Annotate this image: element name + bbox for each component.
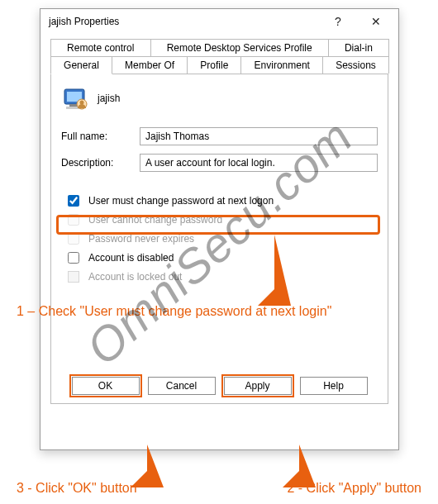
fullname-input[interactable] <box>140 127 378 145</box>
ok-button[interactable]: OK <box>72 377 140 395</box>
tab-member-of[interactable]: Member Of <box>112 56 188 74</box>
help-icon[interactable]: ? <box>319 10 357 33</box>
annotation-3-text: 3 - Click "OK" button <box>17 481 137 496</box>
help-button[interactable]: Help <box>300 377 368 395</box>
tab-sessions[interactable]: Sessions <box>322 56 389 74</box>
annotation-1-text: 1 – Check "User must change password at … <box>17 304 434 319</box>
checkbox-label: User must change password at next logon <box>88 195 274 207</box>
window-title: jajish Properties <box>49 16 319 27</box>
checkbox-account-locked-out-input <box>68 271 79 283</box>
tab-strip: Remote control Remote Desktop Services P… <box>50 39 388 404</box>
apply-button[interactable]: Apply <box>224 377 292 395</box>
svg-point-5 <box>80 101 84 105</box>
tab-remote-control[interactable]: Remote control <box>50 39 151 56</box>
cancel-button[interactable]: Cancel <box>148 377 216 395</box>
checkbox-label: User cannot change password <box>88 214 222 226</box>
user-name: jajish <box>98 93 120 104</box>
tab-panel-general: jajish Full name: Description: User must… <box>50 74 388 404</box>
checkbox-account-disabled[interactable]: Account is disabled <box>64 250 378 266</box>
checkbox-account-locked-out: Account is locked out <box>64 269 378 285</box>
tab-environment[interactable]: Environment <box>240 56 323 74</box>
description-label: Description: <box>61 157 140 169</box>
description-input[interactable] <box>140 154 378 172</box>
description-row: Description: <box>61 154 378 172</box>
tab-remote-desktop-services-profile[interactable]: Remote Desktop Services Profile <box>150 39 329 56</box>
checkbox-cannot-change-password-input <box>68 214 79 226</box>
checkbox-account-disabled-input[interactable] <box>68 252 79 264</box>
properties-dialog: jajish Properties ? ✕ Remote control Rem… <box>40 8 399 450</box>
checkbox-password-never-expires: Password never expires <box>64 231 378 247</box>
tab-profile[interactable]: Profile <box>187 56 241 74</box>
user-icon <box>61 84 89 112</box>
button-row: OK Cancel Apply Help <box>51 377 388 395</box>
checkbox-label: Account is locked out <box>88 271 182 283</box>
checkbox-password-never-expires-input <box>68 233 79 245</box>
checkbox-change-password-next-logon-input[interactable] <box>68 195 79 207</box>
annotation-2-text: 2 - Click "Apply" button <box>287 481 421 496</box>
checkbox-label: Account is disabled <box>88 252 174 264</box>
tab-general[interactable]: General <box>50 56 112 74</box>
fullname-row: Full name: <box>61 127 378 145</box>
dialog-body: Remote control Remote Desktop Services P… <box>40 34 398 414</box>
close-icon[interactable]: ✕ <box>357 10 395 33</box>
tab-dial-in[interactable]: Dial-in <box>328 39 389 56</box>
fullname-label: Full name: <box>61 131 140 142</box>
user-header: jajish <box>61 84 378 112</box>
titlebar: jajish Properties ? ✕ <box>40 9 398 34</box>
checkbox-cannot-change-password: User cannot change password <box>64 212 378 228</box>
checkbox-label: Password never expires <box>88 233 194 245</box>
checkbox-change-password-next-logon[interactable]: User must change password at next logon <box>64 193 378 209</box>
